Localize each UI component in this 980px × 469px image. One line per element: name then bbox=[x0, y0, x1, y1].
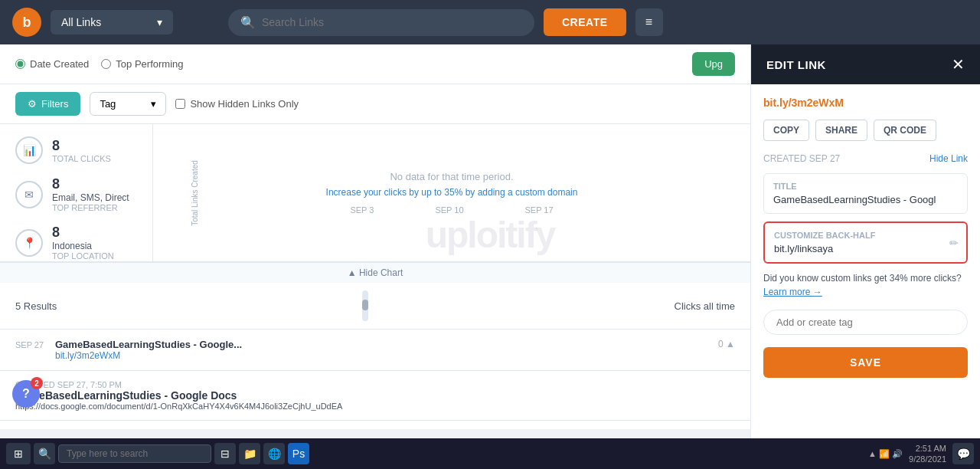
taskbar-view-button[interactable]: ⊟ bbox=[214, 443, 236, 464]
email-sms-label: Email, SMS, Direct bbox=[52, 192, 129, 203]
search-input[interactable] bbox=[262, 16, 522, 28]
total-clicks-num: 8 bbox=[52, 138, 111, 154]
email-sms-sub: TOP REFERRER bbox=[52, 203, 129, 212]
sort-date-label: Date Created bbox=[30, 58, 89, 70]
email-sms-num: 8 bbox=[52, 176, 129, 192]
link-clicks-count: 0 ▲ bbox=[718, 339, 735, 361]
title-field-label: TITLE bbox=[773, 182, 958, 191]
search-icon: 🔍 bbox=[240, 15, 256, 30]
stat-location: 📍 8 Indonesia TOP LOCATION bbox=[15, 225, 137, 261]
tag-label: Tag bbox=[100, 98, 116, 110]
chart-date-3: SEP 17 bbox=[525, 205, 554, 215]
results-bar: 5 Results Clicks all time bbox=[0, 283, 750, 330]
chart-date-1: SEP 3 bbox=[350, 205, 374, 215]
clicks-all-time-label: Clicks all time bbox=[675, 300, 735, 312]
link-title-short: GameBasedLearningStudies - Google... bbox=[55, 339, 709, 350]
search-bar: 🔍 bbox=[228, 9, 534, 36]
stats-left: 📊 8 TOTAL CLICKS ✉ 8 Email, SMS, Direct … bbox=[0, 124, 153, 261]
save-button[interactable]: SAVE bbox=[763, 347, 968, 378]
left-panel: Date Created Top Performing Upg ⚙ Filter… bbox=[0, 44, 750, 469]
custom-domain-link[interactable]: Increase your clicks by up to 35% by add… bbox=[326, 187, 578, 198]
hide-chart-bar[interactable]: ▲ Hide Chart bbox=[0, 262, 750, 283]
tag-chevron-icon: ▾ bbox=[151, 98, 156, 110]
hide-link-button[interactable]: Hide Link bbox=[929, 153, 968, 164]
list-item-full[interactable]: CREATED SEP 27, 7:50 PM GameBasedLearnin… bbox=[0, 371, 750, 421]
taskbar-notification-button[interactable]: 💬 bbox=[952, 443, 974, 464]
chart-vertical-label: Total Links Created bbox=[191, 160, 199, 226]
logo-text: b bbox=[23, 15, 31, 31]
customize-value: bit.ly/linksaya bbox=[774, 243, 957, 254]
location-num: 8 bbox=[52, 225, 114, 241]
all-links-dropdown[interactable]: All Links ▾ bbox=[51, 10, 173, 34]
email-icon: ✉ bbox=[15, 181, 43, 208]
taskbar-search-input[interactable] bbox=[58, 444, 211, 463]
created-label: CREATED SEP 27 bbox=[763, 153, 840, 164]
taskbar-time: 2:51 AM 9/28/2021 bbox=[909, 443, 946, 465]
nav-icon-button[interactable]: ≡ bbox=[635, 8, 663, 36]
action-buttons: COPY SHARE QR CODE bbox=[763, 120, 968, 141]
edit-pencil-icon: ✏ bbox=[949, 237, 959, 249]
taskbar-search-icon[interactable]: 🔍 bbox=[34, 443, 55, 464]
taskbar-sys-icons: ▲ 📶 🔊 bbox=[868, 449, 903, 459]
short-link-display[interactable]: bit.ly/3m2eWxM bbox=[763, 97, 968, 109]
link-created-datetime: CREATED SEP 27, 7:50 PM bbox=[15, 380, 735, 389]
customize-label: CUSTOMIZE BACK-HALF bbox=[774, 231, 957, 240]
upgrade-button[interactable]: Upg bbox=[692, 52, 735, 76]
edit-panel-title: EDIT LINK bbox=[766, 58, 826, 71]
chart-area: Total Links Created No data for that tim… bbox=[153, 124, 750, 261]
title-field: TITLE GameBasedLearningStudies - Googl bbox=[763, 173, 968, 214]
link-full-url: https://docs.google.com/document/d/1-OnR… bbox=[15, 402, 735, 411]
no-data-text: No data for that time period. bbox=[390, 171, 513, 182]
topnav: b All Links ▾ 🔍 CREATE ≡ bbox=[0, 0, 980, 44]
share-button[interactable]: SHARE bbox=[815, 120, 867, 141]
qr-code-button[interactable]: QR CODE bbox=[874, 120, 936, 141]
copy-button[interactable]: COPY bbox=[763, 120, 809, 141]
stat-email-sms: ✉ 8 Email, SMS, Direct TOP REFERRER bbox=[15, 176, 137, 212]
list-item[interactable]: SEP 27 GameBasedLearningStudies - Google… bbox=[0, 330, 750, 371]
tag-input[interactable] bbox=[763, 310, 968, 335]
sort-bar: Date Created Top Performing Upg bbox=[0, 44, 750, 84]
all-links-label: All Links bbox=[61, 16, 101, 28]
taskbar-files-button[interactable]: 📁 bbox=[239, 443, 260, 464]
location-label: Indonesia bbox=[52, 241, 114, 251]
date-display: 9/28/2021 bbox=[909, 454, 946, 464]
start-button[interactable]: ⊞ bbox=[6, 443, 31, 464]
edit-panel-header: EDIT LINK ✕ bbox=[751, 44, 980, 84]
filter-bar: ⚙ Filters Tag ▾ Show Hidden Links Only bbox=[0, 84, 750, 124]
link-short-url: bit.ly/3m2eWxM bbox=[55, 350, 709, 361]
sort-date-created[interactable]: Date Created bbox=[15, 58, 89, 70]
meta-row: CREATED SEP 27 Hide Link bbox=[763, 153, 968, 164]
taskbar-ps-button[interactable]: Ps bbox=[288, 443, 309, 464]
link-date: SEP 27 bbox=[15, 339, 46, 361]
link-list: SEP 27 GameBasedLearningStudies - Google… bbox=[0, 330, 750, 429]
total-clicks-label: TOTAL CLICKS bbox=[52, 154, 111, 163]
sort-top-performing[interactable]: Top Performing bbox=[101, 58, 183, 70]
help-bubble[interactable]: ? 2 bbox=[12, 380, 40, 408]
logo[interactable]: b bbox=[12, 8, 41, 37]
sort-top-label: Top Performing bbox=[116, 58, 183, 70]
taskbar-right: ▲ 📶 🔊 2:51 AM 9/28/2021 💬 bbox=[868, 443, 974, 465]
main-content: Date Created Top Performing Upg ⚙ Filter… bbox=[0, 44, 980, 469]
chart-dates: SEP 3 SEP 10 SEP 17 bbox=[350, 205, 553, 215]
title-field-value: GameBasedLearningStudies - Googl bbox=[773, 194, 958, 205]
tip-text: Did you know custom links get 34% more c… bbox=[763, 273, 962, 284]
tag-dropdown[interactable]: Tag ▾ bbox=[90, 92, 166, 116]
filter-icon: ⚙ bbox=[28, 98, 37, 110]
help-badge: 2 bbox=[31, 377, 43, 389]
taskbar-chrome-button[interactable]: 🌐 bbox=[263, 443, 285, 464]
chart-date-2: SEP 10 bbox=[435, 205, 463, 215]
show-hidden-text: Show Hidden Links Only bbox=[190, 98, 299, 110]
create-button[interactable]: CREATE bbox=[544, 8, 626, 36]
customize-field[interactable]: CUSTOMIZE BACK-HALF bit.ly/linksaya ✏ bbox=[763, 221, 968, 264]
show-hidden-checkbox[interactable] bbox=[175, 99, 185, 109]
location-icon: 📍 bbox=[15, 229, 43, 257]
stat-total-clicks: 📊 8 TOTAL CLICKS bbox=[15, 136, 137, 164]
edit-panel: EDIT LINK ✕ bit.ly/3m2eWxM COPY SHARE QR… bbox=[750, 44, 980, 469]
taskbar: ⊞ 🔍 ⊟ 📁 🌐 Ps ▲ 📶 🔊 2:51 AM 9/28/2021 💬 bbox=[0, 438, 980, 469]
close-button[interactable]: ✕ bbox=[952, 57, 965, 72]
show-hidden-checkbox-label[interactable]: Show Hidden Links Only bbox=[175, 98, 299, 110]
learn-more-link[interactable]: Learn more → bbox=[763, 287, 822, 297]
filters-button[interactable]: ⚙ Filters bbox=[15, 92, 80, 116]
clicks-icon: 📊 bbox=[15, 136, 43, 164]
location-sub: TOP LOCATION bbox=[52, 251, 114, 261]
